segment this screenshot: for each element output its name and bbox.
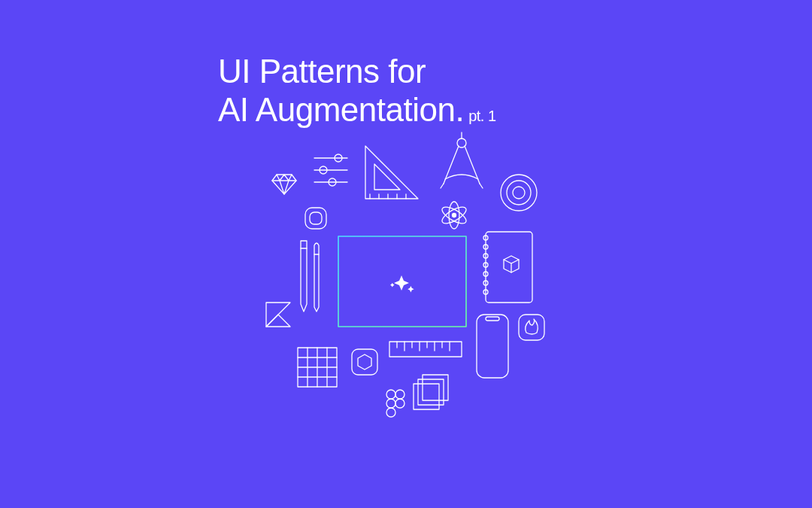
- hexagon-icon: [352, 349, 377, 375]
- svg-rect-53: [486, 317, 499, 321]
- svg-line-14: [480, 184, 483, 188]
- svg-point-16: [507, 181, 531, 205]
- compass-icon: [441, 132, 483, 188]
- svg-rect-19: [310, 212, 322, 224]
- svg-point-59: [386, 408, 395, 417]
- svg-rect-27: [486, 232, 532, 303]
- target-icon: [501, 175, 537, 211]
- title-suffix: pt. 1: [468, 108, 495, 124]
- illustration-cluster: [218, 135, 609, 489]
- atom-icon: [440, 202, 468, 229]
- set-square-icon: [365, 146, 418, 199]
- svg-rect-43: [389, 342, 462, 357]
- svg-point-55: [386, 390, 395, 399]
- rounded-square-icon: [305, 208, 326, 229]
- svg-rect-60: [423, 375, 448, 400]
- ruler-icon: [389, 342, 462, 357]
- cube-icon: [504, 256, 519, 272]
- title-line-2: AI Augmentation.pt. 1: [218, 91, 496, 129]
- svg-line-13: [441, 184, 444, 188]
- sliders-icon: [314, 154, 347, 186]
- kotlin-icon: [266, 303, 290, 327]
- svg-point-57: [386, 399, 395, 408]
- title-block: UI Patterns for AI Augmentation.pt. 1: [218, 53, 496, 129]
- svg-point-56: [395, 390, 404, 399]
- svg-rect-61: [418, 379, 444, 405]
- layers-icon: [414, 375, 448, 409]
- firebase-icon: [519, 315, 544, 340]
- svg-rect-62: [414, 384, 439, 409]
- svg-point-23: [453, 214, 456, 217]
- svg-point-15: [501, 175, 537, 211]
- svg-point-58: [395, 399, 404, 408]
- title-line-1: UI Patterns for: [218, 53, 496, 91]
- spiral-notebook-icon: [483, 232, 532, 303]
- pen-pencil-icon: [301, 241, 319, 312]
- title-line-2-text: AI Augmentation.: [218, 91, 464, 128]
- grid-icon: [298, 348, 337, 387]
- svg-point-17: [513, 187, 525, 199]
- gem-icon: [272, 175, 296, 194]
- svg-rect-52: [477, 315, 508, 378]
- phone-icon: [477, 315, 508, 378]
- sparkle-icon: [390, 275, 414, 292]
- svg-rect-42: [352, 349, 377, 375]
- svg-rect-18: [305, 208, 326, 229]
- figma-icon: [386, 390, 404, 417]
- svg-rect-54: [519, 315, 544, 340]
